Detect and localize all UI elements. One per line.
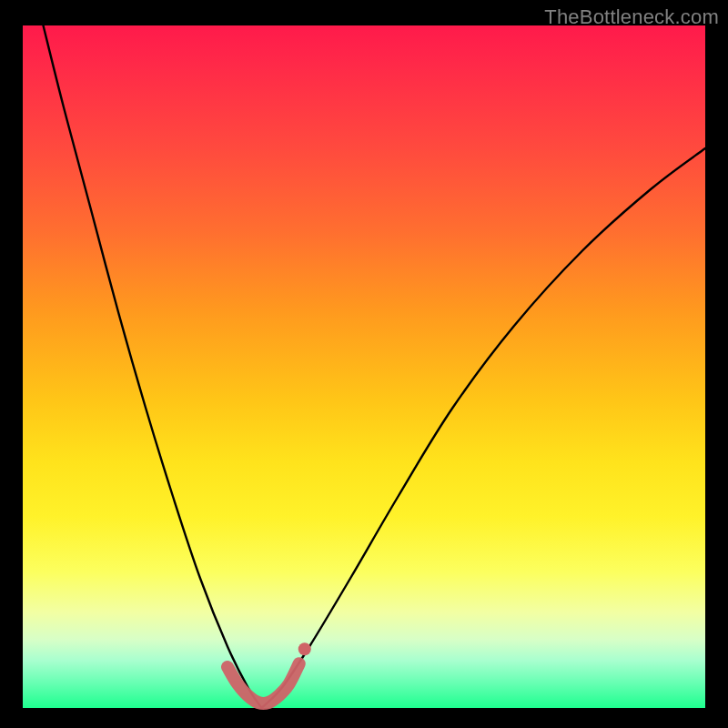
watermark-text: TheBottleneck.com [544, 5, 719, 29]
curve-right-branch [262, 148, 706, 708]
plot-area [23, 25, 705, 708]
marker-dot [298, 642, 311, 655]
curve-left-branch [44, 25, 262, 708]
chart-stage: TheBottleneck.com [0, 0, 728, 728]
curve-layer [23, 25, 705, 708]
